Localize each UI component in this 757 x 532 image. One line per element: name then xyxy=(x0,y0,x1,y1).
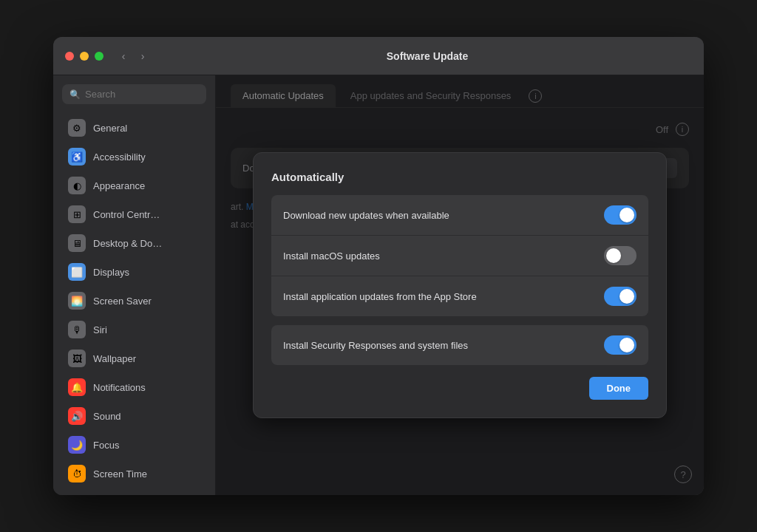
notifications-icon: 🔔 xyxy=(68,378,86,396)
sidebar-items: ⚙General♿Accessibility◐Appearance⊞Contro… xyxy=(53,113,215,495)
sidebar-item-sound[interactable]: 🔊Sound xyxy=(58,402,211,430)
sidebar-item-label-displays: Displays xyxy=(93,267,129,278)
close-button[interactable] xyxy=(65,52,74,61)
toggle-knob xyxy=(619,289,634,304)
toggle-row-appstore: Install application updates from the App… xyxy=(271,276,648,316)
sidebar-item-label-siri: Siri xyxy=(93,324,107,335)
sidebar-item-desktop[interactable]: 🖥Desktop & Do… xyxy=(58,229,211,257)
toggle-knob xyxy=(619,208,634,222)
toggle-knob xyxy=(606,248,621,263)
focus-icon: 🌙 xyxy=(68,436,86,454)
traffic-lights xyxy=(65,52,103,61)
toggle-download-updates[interactable] xyxy=(604,205,637,225)
toggle-row-download: Download new updates when available xyxy=(271,195,648,235)
sidebar-item-label-desktop: Desktop & Do… xyxy=(93,238,162,249)
search-input[interactable] xyxy=(85,89,199,100)
sidebar-item-notifications[interactable]: 🔔Notifications xyxy=(58,373,211,401)
toggle-install-appstore[interactable] xyxy=(604,287,637,306)
sidebar-item-control[interactable]: ⊞Control Centr… xyxy=(58,200,211,228)
sidebar: 🔍 ⚙General♿Accessibility◐Appearance⊞Cont… xyxy=(53,75,216,495)
done-button[interactable]: Done xyxy=(589,377,649,400)
sidebar-item-screensaver[interactable]: 🌅Screen Saver xyxy=(58,287,211,315)
desktop-icon: 🖥 xyxy=(68,234,86,252)
toggle-label-macos: Install macOS updates xyxy=(283,250,380,262)
modal-title: Automatically xyxy=(271,171,648,183)
right-panel: Automatic Updates App updates and Securi… xyxy=(216,75,704,495)
appearance-icon: ◐ xyxy=(68,177,86,194)
toggles-group-1: Download new updates when available Inst… xyxy=(271,195,648,316)
sidebar-item-label-screentime: Screen Time xyxy=(93,468,147,480)
search-box[interactable]: 🔍 xyxy=(62,84,206,104)
accessibility-icon: ♿ xyxy=(68,148,86,166)
modal-footer: Done xyxy=(271,377,648,400)
screentime-icon: ⏱ xyxy=(68,465,86,482)
sidebar-item-label-wallpaper: Wallpaper xyxy=(93,353,136,364)
toggle-knob xyxy=(619,338,634,352)
back-button[interactable]: ‹ xyxy=(115,48,132,64)
wallpaper-icon: 🖼 xyxy=(68,349,86,367)
sidebar-item-wallpaper[interactable]: 🖼Wallpaper xyxy=(58,344,211,372)
screensaver-icon: 🌅 xyxy=(68,292,86,310)
maximize-button[interactable] xyxy=(95,52,103,61)
automatically-modal: Automatically Download new updates when … xyxy=(253,152,667,418)
sidebar-item-general[interactable]: ⚙General xyxy=(58,114,211,142)
toggle-label-appstore: Install application updates from the App… xyxy=(283,291,477,302)
control-icon: ⊞ xyxy=(68,205,86,223)
system-preferences-window: ‹ › Software Update 🔍 ⚙General♿Accessibi… xyxy=(53,37,704,495)
sidebar-item-label-notifications: Notifications xyxy=(93,382,146,393)
sidebar-item-label-accessibility: Accessibility xyxy=(93,151,146,163)
sidebar-item-label-appearance: Appearance xyxy=(93,180,145,191)
toggle-install-security[interactable] xyxy=(604,335,637,355)
minimize-button[interactable] xyxy=(80,52,89,61)
toggle-row-macos: Install macOS updates xyxy=(271,236,648,276)
siri-icon: 🎙 xyxy=(68,321,86,338)
sidebar-item-focus[interactable]: 🌙Focus xyxy=(58,431,211,459)
sidebar-item-label-general: General xyxy=(93,123,127,134)
modal-overlay: Automatically Download new updates when … xyxy=(216,75,704,495)
forward-button[interactable]: › xyxy=(135,48,151,64)
main-content: 🔍 ⚙General♿Accessibility◐Appearance⊞Cont… xyxy=(53,75,704,495)
sidebar-item-appearance[interactable]: ◐Appearance xyxy=(58,171,211,200)
title-bar: ‹ › Software Update xyxy=(53,37,704,75)
displays-icon: ⬜ xyxy=(68,263,86,281)
search-icon: 🔍 xyxy=(69,89,81,100)
sidebar-item-label-sound: Sound xyxy=(93,411,121,422)
toggle-row-security: Install Security Responses and system fi… xyxy=(271,325,648,365)
nav-buttons: ‹ › xyxy=(115,48,151,64)
general-icon: ⚙ xyxy=(68,119,86,137)
sidebar-item-screentime[interactable]: ⏱Screen Time xyxy=(58,460,211,488)
toggle-label-download: Download new updates when available xyxy=(283,210,449,221)
sound-icon: 🔊 xyxy=(68,407,86,425)
sidebar-item-label-control: Control Centr… xyxy=(93,209,160,220)
window-title: Software Update xyxy=(163,50,692,62)
toggle-label-security: Install Security Responses and system fi… xyxy=(283,340,468,351)
toggle-install-macos[interactable] xyxy=(604,246,637,265)
sidebar-item-accessibility[interactable]: ♿Accessibility xyxy=(58,143,211,171)
sidebar-item-displays[interactable]: ⬜Displays xyxy=(58,258,211,286)
sidebar-item-label-screensaver: Screen Saver xyxy=(93,296,152,307)
sidebar-item-siri[interactable]: 🎙Siri xyxy=(58,316,211,344)
sidebar-item-label-focus: Focus xyxy=(93,440,119,451)
